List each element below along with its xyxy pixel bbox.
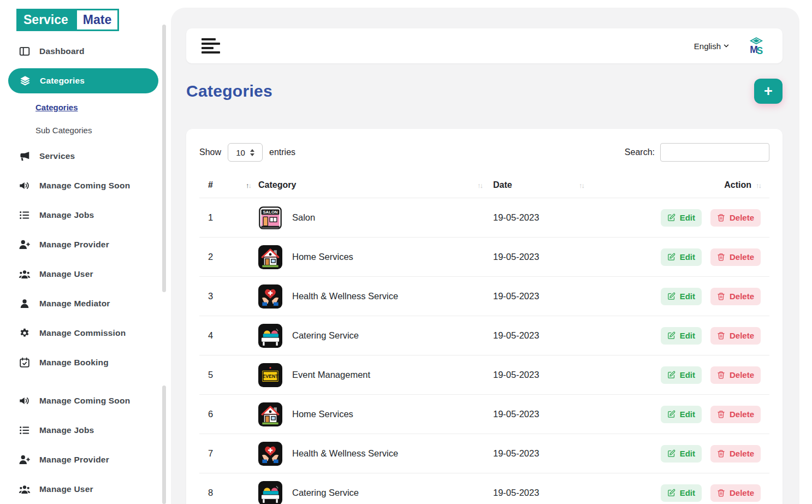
- sidebar-item-label: Dashboard: [39, 46, 85, 56]
- users-icon: [19, 268, 31, 280]
- sidebar: Service Mate DashboardCategoriesCategori…: [0, 0, 167, 504]
- sidebar-item-manage-commission[interactable]: Manage Commission: [0, 318, 167, 348]
- sidebar-item-manage-provider[interactable]: Manage Provider: [0, 445, 167, 475]
- edit-button[interactable]: Edit: [661, 209, 702, 227]
- svg-text:SALON: SALON: [263, 210, 278, 215]
- show-label: Show: [199, 147, 221, 157]
- edit-button[interactable]: Edit: [661, 248, 702, 266]
- delete-button[interactable]: Delete: [710, 406, 761, 423]
- sidebar-item-services[interactable]: Services: [0, 141, 167, 171]
- edit-button[interactable]: Edit: [661, 406, 702, 423]
- edit-pencil-icon: [667, 331, 675, 340]
- trash-icon: [717, 489, 725, 497]
- entries-label: entries: [269, 147, 295, 157]
- sidebar-scrollbar[interactable]: [162, 25, 166, 292]
- delete-button[interactable]: Delete: [710, 209, 761, 227]
- sidebar-item-label: Manage Jobs: [39, 210, 94, 220]
- sidebar-item-label: Manage Coming Soon: [39, 396, 130, 406]
- category-name: Catering Service: [292, 488, 359, 498]
- sidebar-item-manage-jobs[interactable]: Manage Jobs: [0, 200, 167, 230]
- sidebar-item-manage-jobs[interactable]: Manage Jobs: [0, 416, 167, 445]
- sidebar-item-manage-booking[interactable]: Manage Booking: [0, 348, 167, 377]
- delete-button[interactable]: Delete: [710, 248, 761, 266]
- entries-select-value: 10: [236, 148, 245, 157]
- table-row: 6 Home Services 19-05-2023 Edit Delete: [199, 394, 769, 434]
- sort-icon[interactable]: ↑↓: [477, 181, 482, 189]
- category-name: Salon: [292, 212, 315, 223]
- brand-logo[interactable]: Service Mate: [16, 9, 119, 31]
- sort-icon[interactable]: ↑↓: [756, 181, 761, 189]
- edit-pencil-icon: [667, 292, 675, 300]
- delete-button[interactable]: Delete: [710, 327, 761, 345]
- delete-button[interactable]: Delete: [710, 288, 761, 305]
- sidebar-item-dashboard[interactable]: Dashboard: [0, 37, 167, 66]
- trash-icon: [717, 331, 725, 340]
- sidebar-item-manage-mediator[interactable]: Manage Mediator: [0, 289, 167, 318]
- ms-cube-logo[interactable]: MS: [745, 35, 767, 57]
- sidebar-item-label: Manage Commission: [39, 328, 126, 338]
- column-header-category[interactable]: Category ↑↓: [258, 180, 493, 190]
- trash-icon: [717, 214, 725, 222]
- svg-text:EVENT: EVENT: [263, 373, 279, 379]
- entries-select[interactable]: 10: [228, 143, 263, 162]
- delete-button[interactable]: Delete: [710, 445, 761, 463]
- category-name: Health & Wellness Service: [292, 291, 398, 301]
- row-number: 4: [208, 330, 258, 341]
- column-header-num[interactable]: # ↑↓: [208, 180, 258, 190]
- trash-icon: [717, 410, 725, 418]
- sidebar-item-manage-user[interactable]: Manage User: [0, 259, 167, 289]
- table-row: 5 EVENT Event Management 19-05-2023 Edit…: [199, 355, 769, 394]
- delete-button[interactable]: Delete: [710, 484, 761, 502]
- speaker-icon: [19, 180, 31, 192]
- sidebar-subitem-sub-categories[interactable]: Sub Categories: [0, 118, 167, 141]
- edit-button[interactable]: Edit: [661, 484, 702, 502]
- calendar-check-icon: [19, 357, 31, 369]
- page-title: Categories: [186, 82, 272, 100]
- sidebar-item-manage-coming-soon[interactable]: Manage Coming Soon: [0, 171, 167, 200]
- edit-button[interactable]: Edit: [661, 288, 702, 305]
- row-date: 19-05-2023: [493, 252, 597, 262]
- trash-icon: [717, 253, 725, 261]
- column-header-date[interactable]: Date ↑↓: [493, 180, 597, 190]
- sidebar-item-categories[interactable]: Categories: [8, 68, 158, 93]
- brand-logo-mate: Mate: [75, 9, 119, 31]
- search-label: Search:: [625, 147, 655, 157]
- row-date: 19-05-2023: [493, 488, 597, 498]
- row-number: 8: [208, 488, 258, 498]
- sidebar-item-manage-provider[interactable]: Manage Provider: [0, 230, 167, 259]
- row-number: 1: [208, 212, 258, 223]
- sidebar-item-manage-coming-soon[interactable]: Manage Coming Soon: [0, 386, 167, 416]
- table-header: # ↑↓ Category ↑↓ Date ↑↓ Action ↑↓: [199, 173, 769, 198]
- table-row: 3 Health & Wellness Service 19-05-2023 E…: [199, 276, 769, 316]
- user-plus-icon: [19, 454, 31, 466]
- catering-category-icon: [258, 481, 282, 504]
- table-row: 7 Health & Wellness Service 19-05-2023 E…: [199, 434, 769, 473]
- row-date: 19-05-2023: [493, 370, 597, 380]
- row-date: 19-05-2023: [493, 448, 597, 459]
- language-selector[interactable]: English: [694, 41, 730, 51]
- edit-pencil-icon: [667, 489, 675, 497]
- edit-pencil-icon: [667, 214, 675, 222]
- home-category-icon: [258, 245, 282, 269]
- edit-button[interactable]: Edit: [661, 445, 702, 463]
- add-category-button[interactable]: +: [754, 79, 783, 104]
- column-header-action[interactable]: Action ↑↓: [597, 180, 761, 190]
- search-input[interactable]: [660, 143, 769, 162]
- nav-gap: [0, 377, 167, 386]
- sidebar-item-label: Categories: [40, 76, 85, 86]
- sidebar-scrollbar[interactable]: [162, 386, 166, 504]
- sidebar-item-label: Manage Booking: [39, 358, 109, 367]
- delete-button[interactable]: Delete: [710, 366, 761, 384]
- sidebar-subitem-categories[interactable]: Categories: [0, 96, 167, 118]
- salon-category-icon: SALON: [258, 206, 282, 230]
- category-name: Home Services: [292, 409, 353, 419]
- brand-logo-service: Service: [16, 9, 75, 31]
- table-row: 2 Home Services 19-05-2023 Edit Delete: [199, 237, 769, 276]
- row-number: 6: [208, 409, 258, 419]
- sort-icon[interactable]: ↑↓: [246, 181, 251, 189]
- edit-button[interactable]: Edit: [661, 327, 702, 345]
- menu-icon[interactable]: [201, 38, 220, 54]
- sort-icon[interactable]: ↑↓: [579, 181, 584, 189]
- sidebar-item-manage-user[interactable]: Manage User: [0, 475, 167, 504]
- edit-button[interactable]: Edit: [661, 366, 702, 384]
